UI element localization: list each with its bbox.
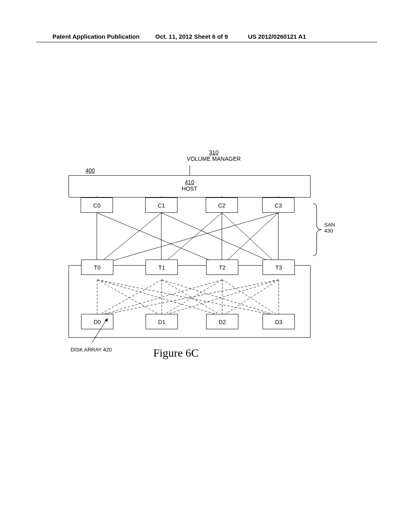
san-text: SAN — [324, 222, 335, 228]
host-box: 410 HOST — [69, 175, 311, 197]
header-pub-number: US 2012/0260121 A1 — [248, 33, 306, 40]
san-ref: 430 — [324, 228, 333, 234]
target-t0: T0 — [81, 260, 113, 275]
controller-c1: C1 — [145, 197, 177, 213]
disk-array-label: DISK ARRAY 420 — [71, 347, 112, 353]
svg-line-5 — [161, 213, 222, 265]
volume-manager-text: VOLUME MANAGER — [187, 156, 241, 162]
svg-line-19 — [97, 280, 222, 316]
figure-title: Figure 6C — [153, 347, 199, 360]
target-t3: T3 — [263, 260, 295, 275]
svg-line-4 — [161, 213, 278, 265]
svg-line-1 — [97, 213, 222, 265]
disk-d2: D2 — [206, 314, 238, 329]
header-divider — [36, 42, 377, 42]
array-mesh — [69, 280, 311, 316]
figure-ref-400: 400 — [86, 167, 95, 174]
volume-manager-label: 310 VOLUME MANAGER — [173, 149, 254, 162]
san-mesh — [69, 213, 311, 265]
host-label: HOST — [182, 185, 198, 192]
disk-d1: D1 — [146, 314, 178, 329]
san-label: SAN 430 — [324, 222, 335, 234]
disk-d0: D0 — [81, 314, 113, 329]
target-t2: T2 — [206, 260, 238, 275]
disk-array-box: T0 T1 T2 T3 — [69, 265, 311, 338]
controller-c0: C0 — [81, 197, 113, 213]
vm-connector-line — [190, 165, 190, 175]
volume-manager-ref: 310 — [173, 149, 254, 156]
host-ref: 410 — [69, 179, 310, 185]
disk-d3: D3 — [263, 314, 295, 329]
controller-c2: C2 — [206, 197, 238, 213]
controller-c3: C3 — [262, 197, 294, 213]
target-t1: T1 — [146, 260, 178, 275]
header-date-sheet: Oct. 11, 2012 Sheet 6 of 9 — [155, 33, 228, 40]
svg-line-2 — [97, 213, 161, 265]
svg-line-8 — [97, 213, 278, 265]
header-publication: Patent Application Publication — [52, 33, 140, 40]
figure-diagram: 310 VOLUME MANAGER 400 410 HOST C0 C1 C2… — [69, 149, 343, 363]
